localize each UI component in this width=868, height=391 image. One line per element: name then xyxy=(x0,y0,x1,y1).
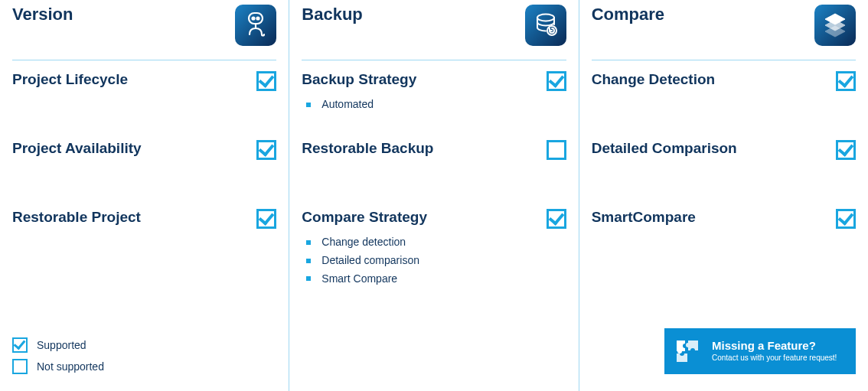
feature-request-cta[interactable]: Missing a Feature? Contact us with your … xyxy=(664,328,856,374)
feature-row: Restorable Project xyxy=(12,209,276,278)
checkbox-empty-icon xyxy=(547,140,566,160)
legend-label: Not supported xyxy=(37,360,104,373)
checkbox-icon xyxy=(256,140,276,160)
column-version: Version Project Lifecycle xyxy=(0,0,289,391)
feature-row: Detailed Comparison xyxy=(592,140,856,209)
feature-label: Compare Strategy xyxy=(302,209,427,226)
legend-label: Supported xyxy=(37,339,86,351)
svg-point-1 xyxy=(253,18,255,20)
feature-row: Compare Strategy Change detection Detail… xyxy=(302,209,566,288)
cta-subtitle: Contact us with your feature request! xyxy=(712,354,837,363)
column-title: Compare xyxy=(592,5,664,24)
feature-row: Backup Strategy Automated xyxy=(302,71,566,140)
legend-item-supported: Supported xyxy=(12,337,104,353)
layers-icon xyxy=(814,5,856,46)
checkbox-icon xyxy=(547,71,566,91)
feature-row: Project Availability xyxy=(12,140,276,209)
feature-row: Restorable Backup xyxy=(302,140,566,209)
column-header: Backup xyxy=(302,0,566,60)
feature-label: Restorable Backup xyxy=(302,140,433,158)
comparison-table: Version Project Lifecycle xyxy=(0,0,868,391)
feature-subitem: Automated xyxy=(306,96,566,114)
bullet-icon xyxy=(306,259,311,263)
checkbox-icon xyxy=(836,140,856,160)
robot-icon xyxy=(235,5,276,46)
database-restore-icon xyxy=(525,5,566,46)
feature-subitem: Change detection xyxy=(306,233,566,252)
checkbox-icon xyxy=(256,71,276,91)
checkbox-icon xyxy=(836,209,856,229)
column-backup: Backup Backup Strategy xyxy=(289,0,578,391)
feature-subitem: Smart Compare xyxy=(306,270,566,288)
checkbox-icon xyxy=(547,209,566,229)
feature-label: Detailed Comparison xyxy=(592,140,737,158)
feature-row: SmartCompare xyxy=(592,209,856,278)
svg-point-3 xyxy=(537,15,554,21)
svg-rect-0 xyxy=(249,13,263,24)
bullet-icon xyxy=(306,240,311,245)
svg-marker-7 xyxy=(825,26,845,37)
bullet-icon xyxy=(306,276,311,281)
feature-row: Change Detection xyxy=(592,71,856,140)
feature-label: Project Availability xyxy=(12,140,142,158)
column-title: Version xyxy=(12,5,73,24)
feature-row: Project Lifecycle xyxy=(12,71,276,140)
feature-label: Change Detection xyxy=(592,71,716,89)
column-header: Compare xyxy=(592,0,856,60)
checkbox-icon xyxy=(12,337,28,353)
column-header: Version xyxy=(12,0,276,60)
legend: Supported Not supported xyxy=(12,331,104,374)
legend-item-not-supported: Not supported xyxy=(12,359,104,374)
column-title: Backup xyxy=(302,5,362,24)
feature-label: Backup Strategy xyxy=(302,71,416,89)
checkbox-empty-icon xyxy=(12,359,28,374)
checkbox-icon xyxy=(836,71,856,91)
cta-title: Missing a Feature? xyxy=(712,340,837,353)
column-compare: Compare Change Detection Detailed Compar… xyxy=(579,0,868,391)
svg-point-2 xyxy=(257,18,259,20)
feature-label: Restorable Project xyxy=(12,209,141,226)
feature-subitem: Detailed comparison xyxy=(306,252,566,270)
bullet-icon xyxy=(306,103,311,107)
feature-label: SmartCompare xyxy=(592,209,696,226)
feature-label: Project Lifecycle xyxy=(12,71,128,89)
checkbox-icon xyxy=(256,209,276,229)
puzzle-icon xyxy=(672,336,703,367)
